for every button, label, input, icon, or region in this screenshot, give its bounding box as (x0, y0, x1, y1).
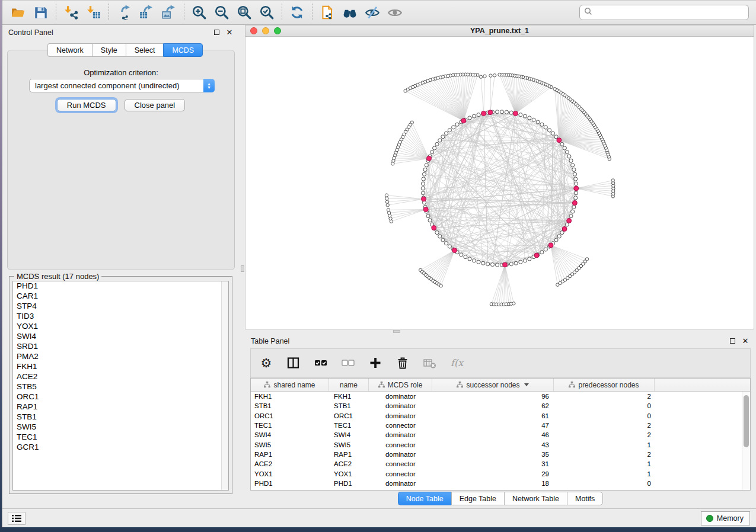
mcds-hub-node[interactable] (488, 110, 493, 115)
splitter-grip[interactable] (393, 330, 400, 333)
network-node[interactable] (489, 74, 492, 77)
mcds-hub-node[interactable] (432, 226, 436, 230)
network-node[interactable] (430, 150, 434, 154)
network-node[interactable] (574, 177, 578, 181)
export-image-icon[interactable] (158, 2, 180, 23)
network-node[interactable] (571, 164, 575, 167)
network-node[interactable] (483, 75, 486, 78)
column-header-predecessor-nodes[interactable]: predecessor nodes (554, 379, 655, 391)
network-node[interactable] (540, 123, 544, 126)
zoom-in-icon[interactable] (188, 2, 210, 23)
network-node[interactable] (509, 111, 513, 114)
network-node[interactable] (468, 257, 471, 261)
mcds-hub-node[interactable] (574, 186, 579, 191)
search-network-icon[interactable] (339, 2, 361, 23)
tab-style[interactable]: Style (92, 43, 126, 57)
network-node[interactable] (472, 259, 476, 262)
network-node[interactable] (493, 74, 496, 77)
mcds-hub-node[interactable] (422, 197, 426, 201)
network-node[interactable] (421, 191, 425, 195)
network-node[interactable] (448, 245, 451, 248)
mcds-result-item[interactable]: PMA2 (13, 352, 228, 362)
column-header-successor-nodes[interactable]: successor nodes (432, 379, 554, 391)
run-mcds-button[interactable]: Run MCDS (57, 99, 116, 111)
network-node[interactable] (514, 261, 518, 265)
network-node[interactable] (438, 235, 442, 238)
tab-mcds[interactable]: MCDS (163, 43, 203, 57)
show-all-icon[interactable] (384, 2, 406, 23)
mcds-hub-node[interactable] (503, 262, 508, 267)
mcds-result-item[interactable]: TEC1 (13, 432, 228, 443)
network-node[interactable] (426, 214, 430, 218)
mcds-hub-node[interactable] (452, 248, 457, 253)
network-node[interactable] (385, 200, 388, 203)
network-node[interactable] (439, 284, 442, 287)
mcds-hub-node[interactable] (423, 207, 428, 212)
table-row[interactable]: SWI5SWI5connector431 (251, 440, 742, 449)
tab-select[interactable]: Select (126, 43, 164, 57)
network-node[interactable] (441, 238, 445, 242)
table-row[interactable]: FKH1FKH1dominator962 (251, 392, 742, 401)
close-panel-icon[interactable]: ✕ (741, 336, 750, 346)
network-node[interactable] (486, 262, 490, 266)
network-node[interactable] (495, 263, 499, 267)
network-node[interactable] (472, 114, 476, 118)
import-network-icon[interactable] (60, 2, 82, 23)
mcds-hub-node[interactable] (481, 111, 486, 116)
network-node[interactable] (528, 116, 531, 120)
network-node[interactable] (523, 114, 527, 118)
table-row[interactable]: PHD1PHD1dominator180 (251, 479, 742, 488)
network-node[interactable] (444, 132, 448, 135)
mcds-result-item[interactable]: FKH1 (13, 362, 228, 372)
network-node[interactable] (481, 261, 485, 265)
network-node[interactable] (455, 123, 459, 126)
network-node[interactable] (544, 126, 547, 129)
network-node[interactable] (551, 132, 554, 135)
mcds-result-item[interactable]: SWI5 (13, 422, 228, 432)
optimization-criterion-select[interactable]: largest connected component (undirected)… (29, 79, 215, 92)
mcds-result-item[interactable]: PHD1 (13, 281, 228, 291)
mcds-result-item[interactable]: STB5 (13, 382, 228, 392)
network-node[interactable] (479, 75, 482, 78)
mcds-list-scrollbar[interactable] (221, 281, 228, 490)
network-node[interactable] (422, 177, 425, 181)
network-node[interactable] (553, 87, 556, 90)
network-node[interactable] (421, 182, 425, 185)
splitter-grip[interactable] (241, 265, 244, 272)
tab-motifs[interactable]: Motifs (567, 492, 603, 505)
float-panel-icon[interactable] (212, 28, 221, 37)
network-node[interactable] (572, 168, 576, 171)
network-node[interactable] (611, 179, 614, 182)
mcds-result-item[interactable]: ACE2 (13, 372, 228, 382)
network-node[interactable] (519, 113, 522, 117)
network-node[interactable] (390, 220, 393, 223)
mcds-hub-node[interactable] (572, 201, 577, 206)
mcds-hub-node[interactable] (548, 243, 553, 248)
table-row[interactable]: STB1STB1dominator620 (251, 401, 742, 411)
mcds-hub-node[interactable] (427, 156, 432, 161)
refresh-icon[interactable] (286, 2, 308, 23)
network-node[interactable] (386, 203, 389, 206)
import-table-icon[interactable] (82, 2, 105, 23)
network-node[interactable] (438, 139, 442, 142)
network-node[interactable] (448, 129, 451, 132)
mcds-result-item[interactable]: TID3 (13, 312, 228, 322)
scrollbar-thumb[interactable] (744, 395, 749, 447)
table-settings-icon[interactable]: ⚙ (259, 354, 273, 372)
network-node[interactable] (385, 194, 388, 197)
network-node[interactable] (528, 257, 531, 261)
network-node[interactable] (468, 116, 471, 120)
deselect-all-icon[interactable] (341, 354, 355, 372)
mcds-result-item[interactable]: STP4 (13, 302, 228, 312)
table-scrollbar[interactable] (742, 392, 750, 490)
close-panel-icon[interactable]: ✕ (225, 28, 234, 37)
horizontal-splitter[interactable] (245, 329, 756, 334)
network-node[interactable] (464, 255, 467, 259)
hide-selected-icon[interactable] (361, 2, 384, 23)
network-window-titlebar[interactable]: YPA_prune.txt_1 (245, 25, 754, 37)
table-row[interactable]: RAP1RAP1dominator352 (251, 450, 742, 459)
search-input[interactable] (593, 7, 748, 18)
network-node[interactable] (548, 129, 551, 132)
mcds-result-item[interactable]: CAR1 (13, 291, 228, 302)
save-session-icon[interactable] (30, 2, 52, 23)
